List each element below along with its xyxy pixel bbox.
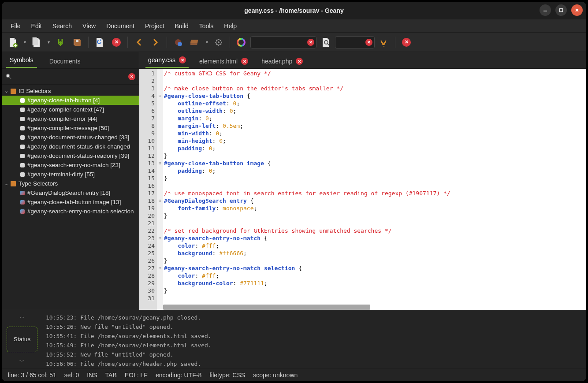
tree-item[interactable]: #geany-search-entry-no-match [23]	[2, 160, 139, 170]
fold-column[interactable]: ⊟ ⊟ ⊟ ⊟ ⊟	[157, 69, 163, 310]
symbol-filter-clear-icon[interactable]: ✕	[128, 73, 135, 80]
open-file-dropdown[interactable]: ▾	[46, 40, 51, 45]
sidebar-tab-documents[interactable]: Documents	[46, 54, 84, 68]
window-close-button[interactable]	[571, 4, 583, 16]
tree-item[interactable]: #geany-terminal-dirty [55]	[2, 170, 139, 179]
find-clear-icon[interactable]: ✕	[307, 39, 314, 46]
tab-close-icon[interactable]: ✕	[179, 56, 186, 63]
status-item: sel: 0	[64, 372, 79, 379]
tab-close-icon[interactable]: ✕	[296, 58, 303, 65]
messages-next-button[interactable]: ﹀	[19, 358, 25, 365]
svg-point-13	[218, 41, 220, 43]
message-line: 10:55:41: File /home/sourav/elements.htm…	[46, 331, 583, 341]
messages-panel: ︿ Status ﹀ 10:55:23: File /home/sourav/g…	[2, 310, 586, 368]
editor-tab[interactable]: elements.html✕	[197, 54, 251, 68]
menubar: FileEditSearchViewDocumentProjectBuildTo…	[2, 19, 586, 33]
tree-item[interactable]: #geany-document-status-readonly [39]	[2, 151, 139, 160]
status-item: EOL: LF	[125, 372, 148, 379]
tree-item[interactable]: #geany-close-tab-button image [13]	[2, 197, 139, 207]
editor-tab[interactable]: header.php✕	[259, 54, 305, 68]
tree-item[interactable]: #geany-compiler-message [50]	[2, 123, 139, 133]
horizontal-scrollbar[interactable]	[163, 305, 370, 310]
code-editor[interactable]: 1234567891011121314151617181920212223242…	[139, 69, 586, 310]
toolbar: ▾ ▾ ✕ ▾	[2, 33, 586, 52]
tree-item[interactable]: #geany-document-status-disk-changed	[2, 142, 139, 151]
editor-tab-label: geany.css	[148, 56, 175, 63]
menu-search[interactable]: Search	[48, 21, 76, 31]
run-button[interactable]	[211, 35, 226, 50]
line-gutter: 1234567891011121314151617181920212223242…	[139, 69, 157, 310]
tree-item[interactable]: #geany-compiler-error [44]	[2, 114, 139, 123]
new-file-dropdown[interactable]: ▾	[22, 40, 27, 45]
minimize-button[interactable]	[540, 4, 551, 16]
status-tab[interactable]: Status	[7, 327, 37, 352]
status-item: line: 3 / 65 col: 51	[8, 372, 56, 379]
tree-item[interactable]: #geany-compiler-context [47]	[2, 105, 139, 114]
statusbar: line: 3 / 65 col: 51sel: 0INSTABEOL: LFe…	[2, 368, 586, 381]
goto-button[interactable]	[376, 35, 391, 50]
nav-forward-button[interactable]	[148, 35, 163, 50]
messages-prev-button[interactable]: ︿	[19, 313, 25, 320]
menu-file[interactable]: File	[6, 21, 25, 31]
build-button[interactable]	[187, 35, 202, 50]
svg-rect-1	[560, 9, 563, 12]
tree-item[interactable]: #geany-search-entry-no-match selection	[2, 207, 139, 216]
titlebar: geany.css - /home/sourav - Geany	[2, 2, 586, 19]
goto-clear-icon[interactable]: ✕	[365, 39, 372, 46]
svg-line-19	[9, 77, 11, 79]
tree-item[interactable]: #GeanyDialogSearch entry [18]	[2, 188, 139, 197]
new-file-button[interactable]	[5, 35, 20, 50]
messages-list[interactable]: 10:55:23: File /home/sourav/geany.php cl…	[42, 310, 586, 368]
save-all-button[interactable]	[70, 35, 85, 50]
find-field[interactable]: ✕	[250, 36, 316, 48]
tree-group[interactable]: ⌄ID Selectors	[2, 86, 139, 96]
tree-item[interactable]: #geany-close-tab-button [4]	[2, 96, 139, 105]
menu-project[interactable]: Project	[141, 21, 169, 31]
svg-rect-7	[76, 40, 78, 42]
menu-tools[interactable]: Tools	[195, 21, 218, 31]
message-line: 10:55:26: New file "untitled" opened.	[46, 322, 583, 331]
compile-button[interactable]	[171, 35, 186, 50]
menu-view[interactable]: View	[78, 21, 100, 31]
message-line: 10:56:06: File /home/sourav/header.php s…	[46, 359, 583, 368]
sidebar: SymbolsDocuments ✕ ⌄ID Selectors#geany-c…	[2, 52, 139, 310]
nav-back-button[interactable]	[131, 35, 146, 50]
tree-group[interactable]: ⌄Type Selectors	[2, 179, 139, 188]
status-item: scope: unknown	[253, 372, 298, 379]
save-button[interactable]	[53, 35, 68, 50]
menu-document[interactable]: Document	[102, 21, 139, 31]
sidebar-tab-symbols[interactable]: Symbols	[6, 53, 37, 68]
menu-build[interactable]: Build	[171, 21, 193, 31]
window-title: geany.css - /home/sourav - Geany	[2, 7, 586, 14]
open-file-button[interactable]	[29, 35, 44, 50]
message-line: 10:55:23: File /home/sourav/geany.php cl…	[46, 313, 583, 322]
editor-tab-label: header.php	[261, 58, 292, 65]
build-dropdown[interactable]: ▾	[204, 40, 209, 45]
symbol-tree[interactable]: ⌄ID Selectors#geany-close-tab-button [4]…	[2, 85, 139, 310]
status-item: TAB	[105, 372, 117, 379]
tab-close-icon[interactable]: ✕	[241, 58, 248, 65]
find-button[interactable]	[318, 35, 333, 50]
reload-button[interactable]	[92, 35, 107, 50]
menu-edit[interactable]: Edit	[27, 21, 46, 31]
svg-rect-11	[190, 40, 198, 43]
search-icon	[5, 73, 12, 80]
message-line: 10:55:49: File /home/sourav/elements.htm…	[46, 341, 583, 350]
message-line: 10:55:52: New file "untitled" opened.	[46, 350, 583, 359]
symbol-filter-input[interactable]	[15, 71, 126, 82]
editor-tab-label: elements.html	[199, 58, 238, 65]
svg-point-14	[238, 39, 245, 46]
editor: geany.css✕elements.html✕header.php✕ 1234…	[139, 52, 586, 310]
close-file-button[interactable]: ✕	[109, 35, 124, 50]
status-item: INS	[87, 372, 97, 379]
status-item: filetype: CSS	[209, 372, 245, 379]
menu-help[interactable]: Help	[220, 21, 241, 31]
maximize-button[interactable]	[555, 4, 567, 16]
editor-tab[interactable]: geany.css✕	[145, 53, 189, 68]
goto-line-field[interactable]: ✕	[335, 36, 375, 48]
svg-point-9	[178, 42, 182, 46]
quit-button[interactable]: ✕	[399, 35, 414, 50]
tree-item[interactable]: #geany-document-status-changed [33]	[2, 133, 139, 142]
color-chooser-button[interactable]	[234, 35, 249, 50]
status-item: encoding: UTF-8	[156, 372, 201, 379]
